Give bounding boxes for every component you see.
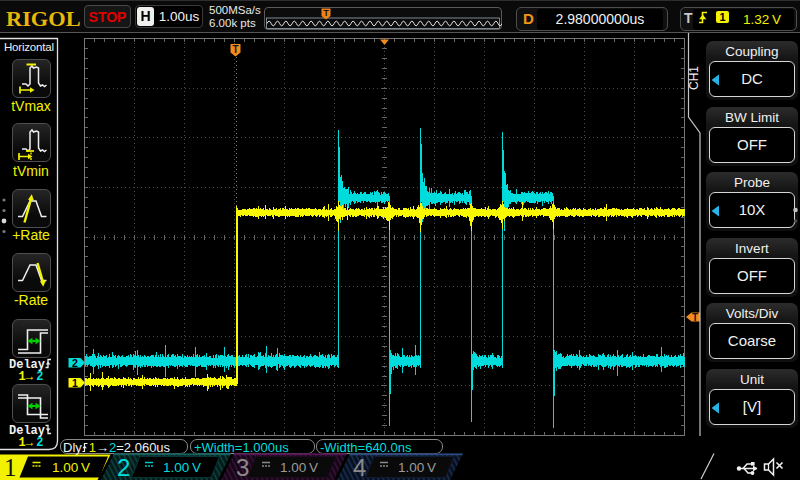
svg-text:2: 2 bbox=[72, 357, 78, 369]
svg-text:1.00 V: 1.00 V bbox=[163, 460, 201, 475]
svg-text:1: 1 bbox=[72, 377, 78, 389]
svg-text:CH1: CH1 bbox=[687, 66, 701, 90]
svg-text:1: 1 bbox=[4, 454, 17, 480]
svg-text:2: 2 bbox=[117, 454, 130, 480]
svg-text:1.00 V: 1.00 V bbox=[52, 460, 90, 475]
svg-text:T: T bbox=[692, 312, 698, 323]
svg-text:1.00 V: 1.00 V bbox=[398, 460, 436, 475]
svg-text:3: 3 bbox=[236, 454, 249, 480]
svg-text:T: T bbox=[232, 44, 238, 55]
svg-text:4: 4 bbox=[353, 454, 366, 480]
svg-text:1.00 V: 1.00 V bbox=[280, 460, 318, 475]
